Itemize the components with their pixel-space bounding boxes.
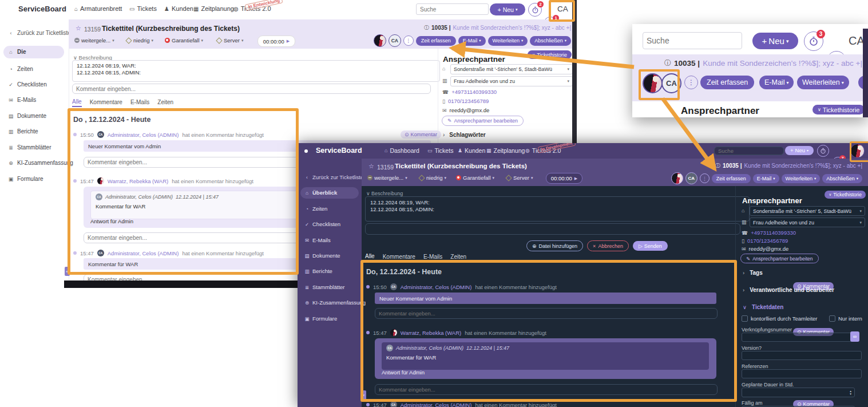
assignee-avatar-initials[interactable]: CA	[661, 73, 681, 93]
comment-author[interactable]: Administrator, Celos (ADMIN)	[401, 402, 472, 407]
info-icon[interactable]: ⓘ	[664, 58, 671, 68]
comment-author[interactable]: Administrator, Celos (ADMIN)	[108, 132, 179, 138]
new-button[interactable]: +Neu▾	[752, 33, 798, 49]
stepper-down-icon[interactable]: ▾	[850, 393, 851, 396]
timer-button[interactable]: 2	[528, 3, 542, 17]
internal-checkbox-row[interactable]: Nur intern	[829, 315, 862, 322]
tab-alle[interactable]: Alle	[72, 98, 82, 107]
description-toggle[interactable]: ∨ Beschreibung	[366, 191, 403, 196]
link-button[interactable]: ∞	[850, 331, 859, 342]
more-actions-button[interactable]: ⋮	[403, 35, 414, 46]
tags-section-header[interactable]: ›Schlagwörter	[443, 132, 486, 138]
user-avatar[interactable]: CA	[557, 5, 568, 13]
priority-dropdown[interactable]: niedrig▾	[126, 37, 153, 44]
email-button[interactable]: E-Mail▾	[458, 36, 486, 46]
assignee-avatar-image[interactable]	[671, 172, 683, 184]
tab-kommentare[interactable]: Kommentare	[383, 254, 415, 261]
nav-zeitplanung[interactable]: ▦Zeitplanung	[193, 5, 234, 12]
priority-dropdown[interactable]: niedrig▾	[419, 175, 446, 181]
customer-name[interactable]: Kunde mit Sonderzeichen's !?%$]; xyz - a…	[453, 25, 571, 31]
close-ticket-button[interactable]: Abschließen▾	[822, 174, 862, 183]
type-dropdown[interactable]: Garantiefall▾	[456, 175, 494, 181]
checkbox[interactable]	[829, 315, 835, 322]
status-dropdown[interactable]: weitergele...▾	[367, 175, 407, 181]
nav-dashboard[interactable]: ⌂Dashboard	[385, 147, 419, 154]
timer-button[interactable]	[817, 145, 829, 157]
sidebar-item-stammblaetter[interactable]: ≣Stammblätter	[8, 144, 51, 151]
play-icon[interactable]: ▶	[287, 39, 290, 44]
sidebar-collapse-toggle[interactable]: «	[360, 390, 366, 400]
nav-kunden[interactable]: ♟Kunden	[458, 147, 485, 154]
person-select[interactable]: Frau Adelheide von und zu▾	[750, 218, 865, 227]
star-icon[interactable]: ☆	[76, 25, 81, 32]
nav-kunden[interactable]: ♟Kunden	[164, 5, 193, 12]
back-to-ticketlist[interactable]: ‹Zurück zur Ticketliste	[8, 30, 71, 36]
tags-section-header[interactable]: ›Tags	[743, 270, 763, 276]
sidebar-item-stammblaetter[interactable]: ≣Stammblätter	[304, 284, 345, 290]
nav-zeitplanung[interactable]: ▦Zeitplanung	[486, 147, 525, 154]
ticket-history-button[interactable]: ∨Tickethistorie	[528, 50, 572, 59]
sidebar-item-die[interactable]: ⌂Die	[8, 49, 26, 55]
assignee-avatar-initials[interactable]: CA	[389, 34, 401, 47]
customer-name[interactable]: Kunde mit Sonderzeichen's !?%$]; xyz - a…	[703, 59, 862, 68]
search-input[interactable]	[416, 3, 489, 15]
sidebar-item-ki[interactable]: ⊛KI-Zusammenfassung	[8, 160, 73, 166]
email-button[interactable]: E-Mail▾	[753, 174, 779, 183]
forward-button[interactable]: Weiterleiten▾	[797, 76, 849, 89]
teamlead-checkbox-row[interactable]: kontorlliert durch Teamleiter	[742, 315, 818, 322]
assignee-avatar-image[interactable]	[643, 73, 663, 93]
record-time-button[interactable]: Zeit erfassen	[416, 36, 456, 46]
mobile-link[interactable]: 0170/123456789	[747, 238, 788, 244]
mobile-link[interactable]: 0170/123456789	[448, 98, 489, 104]
description-box[interactable]: 12.12.2024 08:19, WAR: 12.12.2024 08:15,…	[72, 60, 440, 82]
phone-link[interactable]: +49731140399330	[751, 230, 796, 236]
checkbox[interactable]	[742, 315, 748, 322]
timer-widget[interactable]: 00:00:00 ▶	[546, 173, 582, 184]
link-number-input[interactable]	[742, 333, 853, 342]
sidebar-item-emails[interactable]: ✉E-Mails	[8, 97, 36, 103]
close-ticket-button[interactable]: Abschließen▾	[530, 36, 571, 46]
edit-contact-button[interactable]: ✎Ansprechpartner bearbeiten	[442, 116, 524, 126]
sidebar-item-ki[interactable]: ⊛KI-Zusammenfassung	[304, 299, 366, 306]
timer-button[interactable]: 3	[804, 31, 823, 51]
sidebar-item-formulare[interactable]: ▣Formulare	[8, 176, 43, 182]
phone-link[interactable]: +49731140399330	[451, 89, 497, 95]
comment-author[interactable]: Warratz, Rebekka (WAR)	[108, 178, 168, 184]
company-select[interactable]: Sonderstraße mit '-Strichen' 5, Stadt-Ba…	[750, 206, 865, 216]
record-time-button[interactable]: Zeit erfassen	[712, 174, 751, 183]
description-box[interactable]: 12.12.2024 08:19, WAR: 12.12.2024 08:15,…	[365, 196, 750, 222]
assignee-avatar-image[interactable]	[374, 34, 386, 47]
new-button[interactable]: +Neu▾	[490, 3, 525, 15]
back-to-ticketlist[interactable]: ‹Zurück zur Ticketliste	[304, 174, 363, 180]
sidebar-item-zeiten[interactable]: ◔Zeiten	[304, 206, 327, 212]
responsible-section-header[interactable]: ›Verantwortliche und Bearbeiter	[743, 287, 834, 293]
tab-emails[interactable]: E-Mails	[423, 254, 442, 261]
reply-input[interactable]	[375, 308, 718, 319]
more-actions-button[interactable]: ⋮	[700, 173, 710, 183]
search-input[interactable]	[714, 147, 784, 155]
sidebar-item-checklisten[interactable]: ✓Checklisten	[304, 221, 340, 227]
sidebar-item-checklisten[interactable]: ✓Checklisten	[8, 81, 47, 88]
sidebar-item-berichte[interactable]: ▥Berichte	[304, 268, 332, 274]
comment-input[interactable]	[365, 223, 740, 235]
comment-author[interactable]: Administrator, Celos (ADMIN)	[108, 250, 179, 256]
comment-author[interactable]: Administrator, Celos (ADMIN)	[401, 284, 472, 290]
sidebar-item-zeiten[interactable]: ◔Zeiten	[8, 66, 33, 72]
references-input[interactable]	[742, 369, 862, 378]
company-select[interactable]: Sonderstraße mit '-Strichen' 5, Stadt-Ba…	[450, 64, 573, 74]
info-icon[interactable]: ⓘ	[715, 162, 720, 169]
type-dropdown[interactable]: Garantiefall▾	[165, 37, 203, 44]
user-avatar[interactable]: CA	[849, 34, 865, 48]
comment-input[interactable]	[72, 84, 431, 94]
ticketdata-section-header[interactable]: ∨Ticketdaten	[743, 304, 783, 310]
tab-zeiten[interactable]: Zeiten	[157, 99, 173, 106]
category-dropdown[interactable]: Server▾	[216, 37, 244, 44]
ticket-history-button[interactable]: ∨Tickethistorie	[825, 191, 866, 199]
reply-input[interactable]	[375, 384, 718, 395]
star-icon[interactable]: ☆	[368, 163, 374, 170]
play-icon[interactable]: ▶	[574, 176, 577, 181]
category-dropdown[interactable]: Server▾	[506, 175, 533, 181]
cancel-button[interactable]: ×Abbrechen	[587, 240, 629, 251]
tab-emails[interactable]: E-Mails	[130, 99, 149, 106]
assignee-avatar-initials[interactable]: CA	[685, 172, 697, 184]
